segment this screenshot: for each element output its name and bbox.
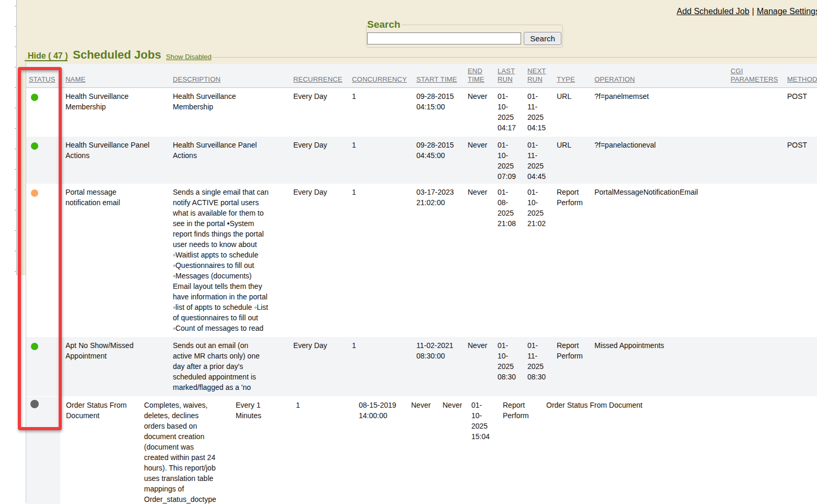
cell-line: notify ACTIVE portal users (173, 197, 288, 208)
cell-line: ◦Count of messages to read (173, 323, 288, 333)
hide-count-link[interactable]: Hide ( 47 ) (25, 52, 68, 61)
frame-grip-tick (15, 189, 16, 190)
cell-line: 08-15-2019 (359, 400, 406, 410)
cell-line: 03-17-2023 (416, 187, 462, 197)
column-header-cgi-parameters[interactable]: CGIPARAMETERS (728, 64, 785, 88)
cell-line: Never (468, 140, 492, 150)
cell-line: Health Surveillance (173, 91, 288, 102)
column-header-label: PARAMETERS (731, 75, 782, 84)
cell-line: 09-28-2015 (416, 91, 462, 102)
frame-grip-tick (15, 271, 16, 272)
cell-line: 14:00:00 (359, 410, 406, 421)
cell-line: created within past 24 (144, 452, 230, 463)
column-header-label: RUN (527, 75, 551, 84)
column-header-start-time[interactable]: START TIME (414, 64, 465, 88)
cell-line: 10- (498, 150, 522, 161)
start-time-cell: 09-28-201504:45:00 (414, 137, 465, 184)
cell-line: document creation (144, 431, 230, 442)
search-button[interactable]: Search (524, 32, 561, 45)
cell-line: Health Surveillance (65, 91, 168, 102)
cell-line: Every Day (293, 340, 347, 351)
cell-line: URL (557, 140, 589, 150)
cell-line: Never (468, 91, 492, 102)
cell-line: 11- (527, 102, 551, 112)
method-cell: POST (785, 88, 817, 137)
next-run-cell: 01-11-202504:15 (525, 88, 554, 137)
last-run-cell: 01-10-202507:09 (495, 137, 525, 184)
recurrence-cell: Every Day (291, 184, 349, 337)
column-header-label: END (468, 67, 492, 75)
cell-line: PortalMessageNotificationEmail (594, 187, 725, 197)
cell-line: Report (503, 400, 541, 410)
concurrency-cell: 1 (349, 137, 414, 184)
cell-line: 2025 (471, 421, 498, 431)
cell-line: Order Status From (66, 400, 139, 410)
column-header-name[interactable]: NAME (63, 64, 170, 88)
cell-line: hours). This report/job (144, 463, 230, 473)
last-run-cell: 01-08-202521:08 (495, 184, 525, 337)
cell-line: Missed Appointments (594, 340, 725, 351)
cell-line: 10- (498, 351, 522, 361)
cell-line: Minutes (236, 410, 291, 421)
column-header-end-time[interactable]: ENDTIME (465, 64, 495, 88)
frame-grip-tick (15, 67, 16, 68)
type-cell: ReportPerform (554, 184, 592, 337)
search-input[interactable] (367, 32, 521, 44)
cgi-parameters-cell (728, 88, 785, 137)
cell-line: 04:15:00 (416, 102, 462, 112)
cell-line: 2025 (498, 208, 522, 218)
frame-grip-tick (15, 26, 16, 27)
cell-line: 2025 (498, 361, 522, 372)
cell-line: report finds things the portal (173, 229, 288, 239)
cell-line: Never (468, 340, 492, 351)
cell-line: POST (787, 91, 817, 102)
cell-line: uses translation table (144, 473, 230, 484)
cell-line: Report (557, 340, 589, 351)
column-header-type[interactable]: TYPE (554, 64, 592, 88)
cell-line: Sends out an email (on (173, 340, 288, 351)
frame-grip-tick (15, 230, 16, 231)
cell-line: Email layout tells them they (173, 281, 288, 292)
column-header-next-run[interactable]: NEXTRUN (525, 64, 554, 88)
add-scheduled-job-link[interactable]: Add Scheduled Job (677, 7, 749, 16)
show-disabled-link[interactable]: Show Disabled (166, 53, 212, 61)
cell-line: Order Status From Document (546, 400, 817, 410)
cell-line: 04:15 (527, 122, 551, 133)
frame-grip-tick (15, 251, 16, 251)
operation-cell: Order Status From Document (544, 397, 817, 504)
column-header-label: START TIME (416, 75, 462, 84)
column-header-recurrence[interactable]: RECURRENCE (291, 64, 349, 88)
column-header-last-run[interactable]: LASTRUN (495, 64, 525, 88)
scheduled-jobs-table-continued: Order Status FromDocumentCompletes, waiv… (26, 397, 817, 504)
column-header-operation[interactable]: OPERATION (592, 64, 728, 88)
name-cell: Health Surveillance PanelActions (63, 137, 170, 184)
method-cell (785, 337, 817, 396)
start-time-cell: 11-02-202108:30:00 (414, 337, 465, 396)
cell-line: Perform (503, 410, 541, 421)
link-separator: | (749, 7, 757, 16)
recurrence-cell: Every 1Minutes (233, 397, 293, 504)
column-header-label: TIME (468, 75, 492, 84)
description-cell: Sends a single email that cannotify ACTI… (170, 184, 291, 337)
column-header-concurrency[interactable]: CONCURRENCY (349, 64, 414, 88)
cell-line: Apt No Show/Missed (65, 340, 168, 351)
cgi-parameters-cell (728, 184, 785, 337)
cell-line: 1 (352, 187, 411, 197)
operation-cell: PortalMessageNotificationEmail (592, 184, 728, 337)
cell-line: ◦Waitlist appts to schedule (173, 250, 288, 260)
column-header-description[interactable]: DESCRIPTION (170, 64, 291, 88)
manage-settings-link[interactable]: Manage Settings (757, 7, 817, 16)
type-cell: ReportPerform (554, 337, 592, 396)
cell-line: 01- (527, 187, 551, 197)
cell-line: 01- (471, 400, 498, 410)
column-header-method[interactable]: METHOD (785, 64, 817, 88)
cell-line: Every Day (293, 91, 347, 102)
end-time-cell: Never (465, 337, 495, 396)
cell-line: 11-02-2021 (416, 340, 462, 351)
cell-line: 1 (352, 91, 411, 102)
table-row: Apt No Show/MissedAppointmentSends out a… (26, 337, 817, 396)
cell-line: have information in the portal (173, 292, 288, 302)
description-cell: Completes, waives,deletes, declinesorder… (141, 397, 233, 504)
table-header-row: STATUSNAMEDESCRIPTIONRECURRENCECONCURREN… (26, 64, 817, 88)
cell-line: mappings of (144, 484, 230, 494)
